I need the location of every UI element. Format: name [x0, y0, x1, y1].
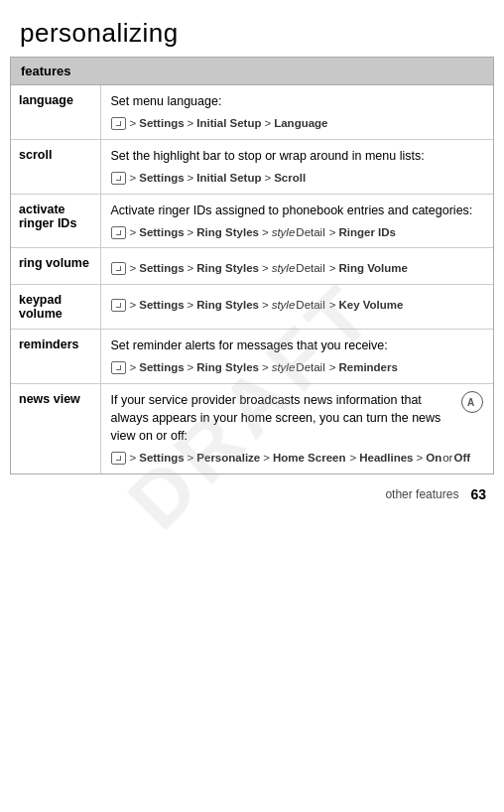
- path-bold: Ring Styles: [196, 224, 259, 241]
- path-bold: Ring Styles: [196, 359, 259, 376]
- path-separator: >: [130, 115, 137, 132]
- path-separator: >: [329, 224, 336, 241]
- menu-icon: [111, 226, 126, 239]
- path-bold: On: [426, 450, 441, 467]
- feature-name-cell: ring volume: [11, 248, 100, 285]
- feature-name-cell: language: [11, 85, 100, 140]
- path-bold: Settings: [139, 297, 184, 314]
- path-separator: >: [264, 170, 271, 187]
- table-row: languageSet menu language:>Settings>Init…: [11, 85, 493, 140]
- feature-desc-cell: Set menu language:>Settings>Initial Setu…: [100, 85, 493, 140]
- menu-icon: [111, 262, 126, 275]
- feature-name-cell: scroll: [11, 139, 100, 194]
- path-bold: Ring Styles: [196, 297, 259, 314]
- page-title: personalizing: [20, 18, 179, 48]
- path-bold: Home Screen: [273, 450, 346, 467]
- footer-text: other features: [385, 487, 458, 501]
- path-separator: >: [130, 450, 137, 467]
- path-separator: >: [188, 359, 194, 376]
- table-row: scrollSet the highlight bar to stop or w…: [11, 139, 493, 194]
- path-plain: or: [442, 450, 452, 467]
- menu-icon: [111, 172, 126, 185]
- feature-name-cell: keypad volume: [11, 285, 100, 330]
- feature-name-cell: news view: [11, 383, 100, 474]
- path-line: >Settings>Ring Styles>style Detail>Remin…: [111, 359, 484, 376]
- menu-icon: [111, 452, 126, 465]
- feature-desc-cell: >Settings>Ring Styles>style Detail>Ring …: [100, 248, 493, 285]
- path-bold: Initial Setup: [196, 170, 261, 187]
- path-bold: Personalize: [196, 450, 260, 467]
- path-separator: >: [188, 115, 194, 132]
- path-separator: >: [417, 450, 424, 467]
- page-header: personalizing: [0, 0, 504, 57]
- path-separator: >: [188, 224, 194, 241]
- path-separator: >: [329, 260, 336, 277]
- path-bold: Settings: [139, 450, 184, 467]
- path-separator: >: [262, 359, 269, 376]
- path-separator: >: [130, 260, 137, 277]
- table-row: activate ringer IDsActivate ringer IDs a…: [11, 194, 493, 248]
- path-separator: >: [263, 450, 270, 467]
- path-separator: >: [329, 359, 336, 376]
- path-bold: Settings: [139, 224, 184, 241]
- path-bold: Reminders: [338, 359, 397, 376]
- path-line: >Settings>Initial Setup>Scroll: [111, 170, 484, 187]
- page-footer: other features 63: [0, 474, 504, 510]
- path-line: >Settings>Initial Setup>Language: [111, 115, 484, 132]
- path-plain: Detail: [296, 224, 324, 241]
- path-separator: >: [130, 224, 137, 241]
- features-table: features languageSet menu language:>Sett…: [10, 57, 494, 474]
- path-bold: Scroll: [274, 170, 306, 187]
- path-separator: >: [130, 170, 137, 187]
- path-separator: >: [188, 260, 194, 277]
- path-separator: >: [349, 450, 356, 467]
- path-bold: Headlines: [359, 450, 413, 467]
- path-plain: Detail: [296, 260, 324, 277]
- path-italic: style: [272, 359, 296, 376]
- path-plain: Detail: [296, 297, 324, 314]
- path-italic: style: [272, 297, 296, 314]
- feature-name-cell: activate ringer IDs: [11, 194, 100, 248]
- feature-desc-text: Activate ringer IDs assigned to phoneboo…: [111, 203, 473, 217]
- path-separator: >: [262, 297, 269, 314]
- path-bold: Off: [453, 450, 470, 467]
- path-separator: >: [264, 115, 271, 132]
- feature-desc-cell: Set reminder alerts for messages that yo…: [100, 330, 493, 384]
- path-bold: Language: [274, 115, 327, 132]
- path-separator: >: [188, 450, 194, 467]
- feature-desc-cell: Set the highlight bar to stop or wrap ar…: [100, 139, 493, 194]
- path-plain: Detail: [296, 359, 324, 376]
- menu-icon: [111, 299, 126, 312]
- path-italic: style: [272, 260, 296, 277]
- path-separator: >: [262, 224, 269, 241]
- path-separator: >: [262, 260, 269, 277]
- path-separator: >: [188, 170, 194, 187]
- feature-desc-cell: >Settings>Ring Styles>style Detail>Key V…: [100, 285, 493, 330]
- news-icon: [461, 391, 483, 413]
- path-separator: >: [188, 297, 194, 314]
- path-line: >Settings>Personalize>Home Screen>Headli…: [111, 450, 484, 467]
- table-row: remindersSet reminder alerts for message…: [11, 330, 493, 384]
- table-row: news viewIf your service provider broadc…: [11, 383, 493, 474]
- path-bold: Settings: [139, 170, 184, 187]
- path-line: >Settings>Ring Styles>style Detail>Ring …: [111, 260, 484, 277]
- path-bold: Initial Setup: [196, 115, 261, 132]
- feature-desc-text: If your service provider broadcasts news…: [111, 393, 441, 443]
- feature-desc-text: Set menu language:: [111, 94, 222, 108]
- path-bold: Ring Volume: [338, 260, 407, 277]
- feature-desc-cell: If your service provider broadcasts news…: [100, 383, 493, 474]
- feature-name-cell: reminders: [11, 330, 100, 384]
- table-header: features: [11, 58, 493, 85]
- path-bold: Settings: [139, 115, 184, 132]
- path-bold: Settings: [139, 359, 184, 376]
- feature-desc-cell: Activate ringer IDs assigned to phoneboo…: [100, 194, 493, 248]
- path-bold: Ring Styles: [196, 260, 259, 277]
- feature-desc-text: Set the highlight bar to stop or wrap ar…: [111, 149, 425, 163]
- path-bold: Key Volume: [338, 297, 403, 314]
- path-line: >Settings>Ring Styles>style Detail>Ringe…: [111, 224, 484, 241]
- path-separator: >: [130, 297, 137, 314]
- path-bold: Ringer IDs: [338, 224, 396, 241]
- path-separator: >: [130, 359, 137, 376]
- menu-icon: [111, 117, 126, 130]
- path-italic: style: [272, 224, 296, 241]
